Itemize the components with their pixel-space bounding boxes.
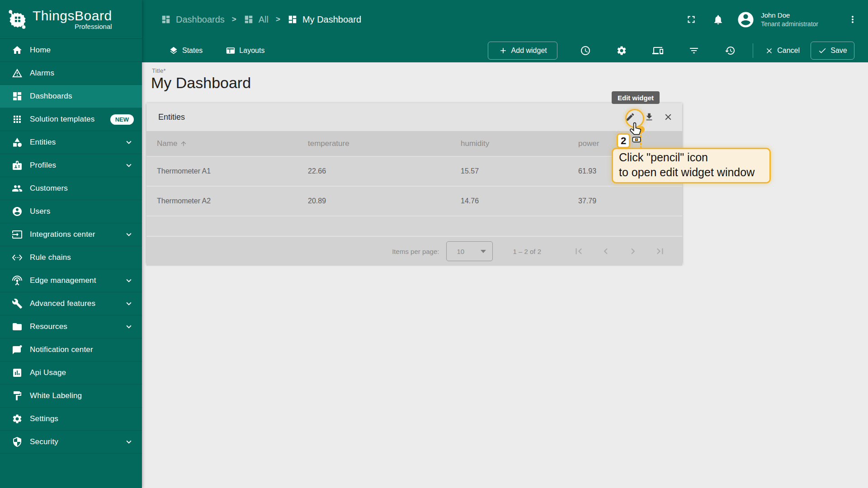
user-role: Tenant administrator: [761, 20, 818, 28]
add-widget-button[interactable]: Add widget: [488, 42, 557, 60]
alarm-warning-icon: [12, 68, 23, 79]
sidebar-item-rule-chains[interactable]: Rule chains: [0, 246, 142, 269]
breadcrumb-separator: >: [276, 15, 280, 24]
dashboard-toolbar: States Layouts Add widget: [142, 39, 868, 62]
sidebar-item-profiles[interactable]: Profiles: [0, 154, 142, 177]
column-header-humidity[interactable]: humidity: [461, 139, 578, 148]
sidebar-item-entities[interactable]: Entities: [0, 131, 142, 154]
breadcrumb-dashboards[interactable]: Dashboards: [161, 14, 225, 25]
widget-title: Entities: [158, 113, 185, 122]
cell-humidity: 15.57: [461, 167, 578, 175]
previous-page-button[interactable]: [600, 245, 612, 257]
user-name: John Doe: [761, 11, 818, 20]
dropdown-caret-icon: [481, 250, 486, 253]
fullscreen-button[interactable]: [685, 14, 697, 25]
sidebar-item-edge-management[interactable]: Edge management: [0, 269, 142, 292]
clock-icon: [580, 45, 591, 56]
last-page-button[interactable]: [654, 245, 666, 257]
dashboard-settings-button[interactable]: [612, 41, 632, 61]
topbar: Dashboards > All > My Dashboard: [142, 0, 868, 62]
sidebar-item-advanced-features[interactable]: Advanced features: [0, 292, 142, 315]
new-badge: NEW: [110, 114, 134, 125]
sidebar-item-home[interactable]: Home: [0, 39, 142, 62]
cell-humidity: 14.76: [461, 197, 578, 205]
toolbar-divider: [753, 43, 753, 58]
version-history-button[interactable]: [720, 41, 740, 61]
chevron-down-icon: [124, 160, 134, 170]
save-button[interactable]: Save: [811, 42, 854, 60]
dashboard-icon: [288, 14, 297, 24]
dashboard-title-input[interactable]: My Dashboard: [151, 74, 251, 92]
layouts-button[interactable]: Layouts: [226, 46, 264, 55]
profiles-badge-icon: [12, 160, 23, 171]
first-page-icon: [573, 245, 585, 257]
first-page-button[interactable]: [573, 245, 585, 257]
column-header-name[interactable]: Name: [157, 139, 308, 148]
security-shield-icon: [12, 436, 23, 447]
sidebar-item-alarms[interactable]: Alarms: [0, 62, 142, 85]
states-button[interactable]: States: [169, 46, 203, 55]
sidebar-item-white-labeling[interactable]: White Labeling: [0, 385, 142, 408]
table-pagination: Items per page: 10 1 – 2 of 2: [146, 237, 682, 266]
last-page-icon: [654, 245, 666, 257]
fullscreen-icon: [685, 14, 697, 25]
filters-button[interactable]: [684, 41, 704, 61]
breadcrumb-all[interactable]: All: [244, 14, 269, 25]
remove-widget-button[interactable]: [660, 108, 677, 126]
sidebar-item-api-usage[interactable]: Api Usage: [0, 361, 142, 385]
cell-temperature: 20.89: [308, 197, 461, 205]
sidebar: ThingsBoard Professional Home Alarms Das…: [0, 0, 142, 488]
sidebar-item-solution-templates[interactable]: Solution templates NEW: [0, 108, 142, 131]
chevron-down-icon: [124, 437, 134, 447]
sidebar-item-dashboards[interactable]: Dashboards: [0, 85, 142, 108]
brand-text: ThingsBoard Professional: [33, 9, 112, 30]
table-row[interactable]: Thermometer A1 22.66 15.57 61.93: [146, 157, 682, 187]
chevron-down-icon: [124, 230, 134, 239]
topbar-right-cluster: John Doe Tenant administrator: [685, 10, 858, 29]
edit-widget-tooltip: Edit widget: [612, 91, 660, 104]
sort-ascending-icon: [180, 140, 187, 147]
bell-icon: [712, 14, 724, 25]
sidebar-item-integrations-center[interactable]: Integrations center: [0, 223, 142, 246]
cancel-button[interactable]: Cancel: [765, 47, 800, 55]
home-icon: [12, 45, 23, 56]
sidebar-item-notification-center[interactable]: Notification center: [0, 338, 142, 361]
brand-logo[interactable]: ThingsBoard Professional: [0, 0, 142, 39]
more-vert-icon: [847, 14, 858, 25]
sidebar-item-security[interactable]: Security: [0, 431, 142, 454]
sidebar-item-users[interactable]: Users: [0, 200, 142, 223]
toolbar-actions: Add widget: [488, 41, 854, 61]
notifications-button[interactable]: [712, 14, 724, 25]
users-person-icon: [12, 206, 23, 217]
pagination-nav: [557, 245, 666, 257]
chevron-down-icon: [124, 276, 134, 286]
breadcrumb-my-dashboard[interactable]: My Dashboard: [288, 14, 361, 25]
cell-temperature: 22.66: [308, 167, 461, 175]
chevron-down-icon: [124, 322, 134, 332]
breadcrumb-separator: >: [232, 15, 236, 24]
advanced-features-tools-icon: [12, 298, 23, 309]
brand-edition: Professional: [33, 23, 112, 30]
table-row[interactable]: Thermometer A2 20.89 14.76 37.79: [146, 187, 682, 216]
sidebar-item-settings[interactable]: Settings: [0, 408, 142, 431]
thingsboard-app: ThingsBoard Professional Home Alarms Das…: [0, 0, 868, 488]
breadcrumb-row: Dashboards > All > My Dashboard: [142, 0, 868, 39]
user-avatar[interactable]: [736, 10, 755, 29]
chevron-right-icon: [627, 245, 639, 257]
more-menu-button[interactable]: [847, 14, 858, 25]
sidebar-item-customers[interactable]: Customers: [0, 177, 142, 200]
entities-category-icon: [12, 137, 23, 148]
history-icon: [725, 45, 736, 56]
cell-name: Thermometer A2: [157, 197, 308, 205]
plus-icon: [499, 46, 508, 55]
notification-bubble-icon: [12, 344, 23, 355]
time-window-button[interactable]: [576, 41, 595, 61]
entity-aliases-button[interactable]: [648, 41, 668, 61]
sidebar-item-resources[interactable]: Resources: [0, 315, 142, 338]
column-header-temperature[interactable]: temperature: [308, 139, 461, 148]
integrations-icon: [12, 229, 23, 240]
resources-folder-icon: [12, 321, 23, 332]
page-size-select[interactable]: 10: [446, 241, 493, 261]
next-page-button[interactable]: [627, 245, 639, 257]
settings-gear-icon: [12, 413, 23, 424]
